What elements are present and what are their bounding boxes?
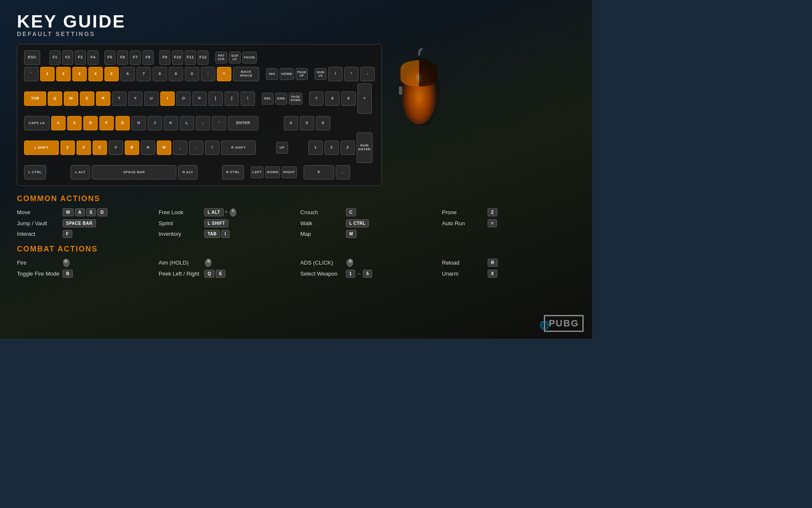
key-x: X	[488, 270, 497, 278]
key-b: B	[63, 270, 73, 278]
keyboard-area: ESC F1 F2 F3 F4 F5 F6 F7 F8 F9 F10 F11 F…	[17, 44, 575, 186]
key-backtick: `	[24, 67, 38, 81]
action-empty	[442, 230, 575, 238]
action-sprint-keys: L SHIFT	[204, 219, 228, 227]
key-1-weapon: 1	[346, 270, 355, 278]
action-selectweapon: Select Weapon 1 ~ 5	[300, 270, 433, 278]
action-peek: Peek Left / Right Q E	[159, 270, 292, 278]
common-actions-grid: Move W A S D Free Look L ALT +	[17, 207, 575, 238]
key-period: .	[189, 141, 203, 155]
key-f6: F6	[117, 50, 128, 65]
key-row-asdf: CAPS LK A S D F G H J K L ; ' ENTER 4 5 …	[24, 116, 375, 130]
action-walk-label: Walk	[300, 220, 343, 226]
key-u: U	[144, 91, 159, 106]
key-f4: F4	[88, 50, 99, 65]
key-m: M	[346, 230, 357, 238]
key-f: F	[63, 230, 72, 238]
key-f2: F2	[62, 50, 73, 65]
action-prone-keys: Z	[488, 208, 497, 216]
action-walk-keys: L CTRL	[346, 219, 369, 227]
key-a: A	[51, 116, 66, 130]
key-d: D	[83, 116, 98, 130]
action-freelook-label: Free Look	[159, 209, 201, 215]
action-freelook: Free Look L ALT +	[159, 207, 292, 217]
key-right: RIGHT	[282, 166, 296, 178]
key-q: Q	[204, 270, 214, 278]
key-row-bottom: L CTRL L ALT SPACE BAR R ALT R CTRL LEFT…	[24, 165, 375, 179]
key-tab: TAB	[24, 91, 46, 106]
key-rbracket: ]	[225, 91, 239, 106]
key-r: R	[96, 91, 110, 106]
action-togglefire: Toggle Fire Mode B	[17, 270, 150, 278]
mouse-rmb-icon	[204, 258, 212, 267]
key-d: D	[97, 208, 107, 216]
key-f9: F9	[159, 50, 170, 65]
key-e: E	[80, 91, 94, 106]
action-sprint: Sprint L SHIFT	[159, 219, 292, 227]
key-numplus: +	[357, 83, 372, 114]
action-walk: Walk L CTRL	[300, 219, 433, 227]
action-togglefire-keys: B	[63, 270, 73, 278]
key-num0: 0	[304, 165, 334, 179]
action-map-keys: M	[346, 230, 357, 238]
key-z: Z	[60, 141, 75, 155]
key-up: UP	[276, 142, 288, 154]
key-h: H	[132, 116, 146, 130]
key-s: S	[67, 116, 82, 130]
key-tab: TAB	[204, 230, 220, 238]
key-numdiv: /	[328, 67, 343, 81]
key-row-num: ` 1 2 3 4 5 6 7 8 9 0 - = BACKSPACE INS …	[24, 67, 375, 81]
action-interact: Interact F	[17, 230, 150, 238]
action-unarm: Unarm X	[442, 270, 575, 278]
key-space: SPACE BAR	[63, 219, 96, 227]
key-rctrl: R CTRL	[222, 165, 244, 179]
key-w: W	[63, 208, 74, 216]
key-rshift: R SHIFT	[221, 141, 256, 155]
key-comma: ,	[173, 141, 187, 155]
action-fire-keys	[63, 258, 70, 267]
key-p: P	[192, 91, 207, 106]
tilde-icon: ~	[357, 271, 361, 277]
key-num4: 4	[284, 116, 298, 130]
action-move-keys: W A S D	[63, 208, 107, 216]
action-map-label: Map	[300, 231, 343, 237]
common-actions-title: COMMON ACTIONS	[17, 194, 575, 203]
key-5: 5	[104, 67, 119, 81]
key-end: END	[275, 93, 287, 105]
svg-rect-4	[399, 86, 402, 95]
mouse-illustration	[395, 48, 445, 135]
key-esc: ESC	[24, 50, 40, 65]
key-e: E	[216, 270, 225, 278]
key-6: 6	[121, 67, 135, 81]
mouse-lmb-icon	[63, 258, 70, 267]
key-backslash: \	[241, 91, 255, 106]
combat-actions-grid: Fire Aim (HOLD)	[17, 258, 575, 278]
action-map: Map M	[300, 230, 433, 238]
key-pagedown: PAGEDOWN	[289, 93, 302, 105]
key-2: 2	[56, 67, 71, 81]
action-reload-label: Reload	[442, 260, 484, 266]
key-r: R	[488, 259, 498, 267]
action-ads: ADS (CLICK)	[300, 258, 433, 267]
key-lctrl: L CTRL	[346, 219, 369, 227]
key-semicolon: ;	[196, 116, 210, 130]
key-b: B	[125, 141, 139, 155]
key-8: 8	[153, 67, 167, 81]
key-i: I	[221, 230, 229, 238]
action-unarm-label: Unarm	[442, 271, 484, 277]
action-fire-label: Fire	[17, 260, 59, 266]
key-prtscr: PRTSCR	[215, 52, 227, 64]
plus-icon: +	[225, 209, 228, 215]
key-j: J	[148, 116, 162, 130]
key-numminus: -	[360, 67, 375, 81]
key-menu	[199, 165, 220, 179]
key-f10: F10	[172, 50, 183, 65]
key-home: HOME	[280, 68, 294, 80]
mouse-ads-icon	[346, 258, 354, 267]
key-c: C	[346, 208, 356, 216]
mouse-icon	[229, 207, 237, 217]
key-q: Q	[48, 91, 62, 106]
key-num1: 1	[308, 141, 323, 155]
action-aim-label: Aim (HOLD)	[159, 260, 201, 266]
action-move: Move W A S D	[17, 207, 150, 217]
